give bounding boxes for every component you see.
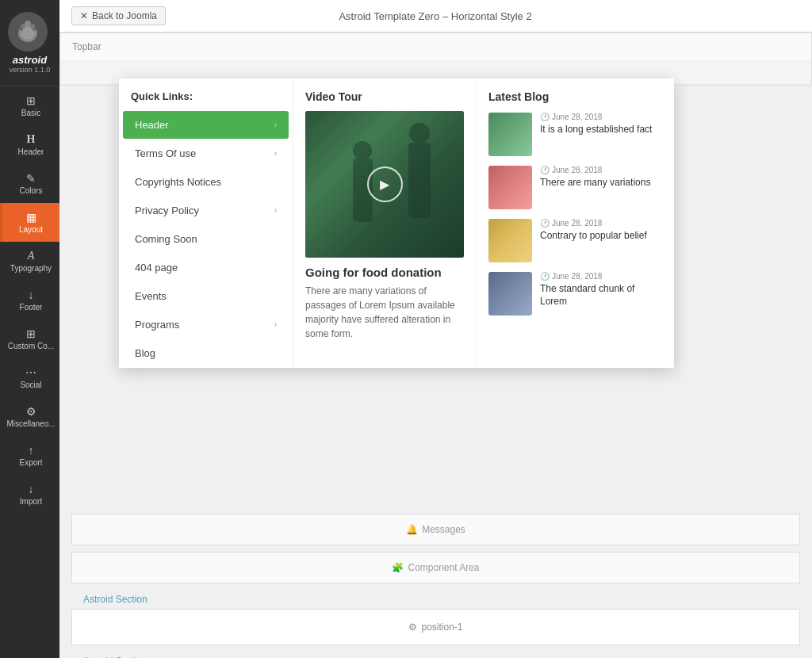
- sidebar-item-export[interactable]: ↑ Export: [0, 436, 59, 475]
- main-area: ✕ Back to Joomla Astroid Template Zero –…: [59, 0, 812, 658]
- top-bar: ✕ Back to Joomla Astroid Template Zero –…: [59, 0, 812, 33]
- blog-date-4: June 28, 2018: [552, 272, 602, 281]
- clock-icon: 🕐: [540, 113, 550, 121]
- chevron-right-icon: ›: [274, 320, 277, 329]
- quick-links-panel: Quick Links: Header › Terms Of use › Cop…: [119, 78, 293, 368]
- play-button[interactable]: ▶: [367, 166, 403, 202]
- ql-label-copyrights: Copyrights Notices: [135, 176, 221, 188]
- sidebar-label-footer: Footer: [20, 303, 43, 312]
- footer-icon: ↓: [29, 289, 34, 301]
- blog-title-2: There are many variations: [540, 177, 650, 189]
- sidebar-label-custom: Custom Co...: [8, 342, 54, 350]
- blog-panel-title: Latest Blog: [488, 90, 662, 103]
- import-icon: ↓: [29, 483, 34, 495]
- basic-icon: ⊞: [26, 94, 36, 107]
- ql-label-404: 404 page: [135, 262, 178, 274]
- layout-icon: ▦: [26, 211, 36, 224]
- chevron-right-icon: ›: [274, 149, 277, 158]
- below-preview: 🔔 Messages 🧩 Component Area Astroid Sect…: [59, 514, 812, 658]
- svg-rect-9: [408, 143, 431, 218]
- ql-item-privacy[interactable]: Privacy Policy ›: [123, 197, 289, 224]
- blog-title-4: The standard chunk of Lorem: [540, 283, 662, 308]
- app-name: astroid: [8, 54, 52, 66]
- blog-title-3: Contrary to popular belief: [540, 230, 647, 243]
- video-panel: Video Tour ▶ Going for food d: [293, 78, 476, 368]
- ql-item-header[interactable]: Header ›: [123, 111, 289, 139]
- ql-item-blog[interactable]: Blog: [123, 339, 289, 367]
- messages-bar: 🔔 Messages: [71, 514, 800, 545]
- blog-item-1[interactable]: 🕐 June 28, 2018 It is a long established…: [488, 113, 662, 156]
- sidebar-label-header: Header: [18, 147, 44, 156]
- svg-point-5: [20, 28, 23, 31]
- sidebar-item-layout[interactable]: ▦ Layout: [0, 203, 59, 242]
- sidebar-item-typography[interactable]: A Typography: [0, 242, 59, 281]
- clock-icon-4: 🕐: [540, 272, 550, 281]
- blog-thumbnail-4: [488, 272, 532, 316]
- svg-point-10: [409, 123, 430, 143]
- typography-icon: A: [28, 250, 35, 262]
- svg-point-3: [25, 21, 31, 27]
- blog-date-1: June 28, 2018: [552, 113, 602, 121]
- component-area-section: 🧩 Component Area: [72, 553, 799, 583]
- component-area-label: Component Area: [408, 562, 479, 573]
- blog-thumbnail-2: [488, 166, 532, 209]
- colors-icon: ✎: [26, 172, 36, 185]
- component-area-bar: 🧩 Component Area: [71, 552, 800, 583]
- blog-thumbnail-3: [488, 219, 532, 262]
- content-area: Topbar Quick Links: Header › Terms Of us…: [59, 33, 812, 658]
- misc-icon: ⚙: [26, 405, 36, 418]
- blog-content-1: 🕐 June 28, 2018 It is a long established…: [540, 113, 652, 156]
- sidebar-label-layout: Layout: [19, 225, 43, 234]
- ql-item-terms[interactable]: Terms Of use ›: [123, 140, 289, 167]
- video-thumbnail[interactable]: ▶: [305, 111, 464, 258]
- header-icon: H: [27, 133, 36, 146]
- donation-title: Going for food donation: [305, 266, 464, 279]
- sidebar-item-footer[interactable]: ↓ Footer: [0, 281, 59, 319]
- back-to-joomla-button[interactable]: ✕ Back to Joomla: [71, 6, 166, 25]
- ql-item-programs[interactable]: Programs ›: [123, 311, 289, 339]
- sidebar-item-header[interactable]: H Header: [0, 125, 59, 164]
- ql-label-header: Header: [135, 119, 169, 131]
- quick-links-title: Quick Links:: [119, 78, 293, 110]
- blog-meta-3: 🕐 June 28, 2018: [540, 219, 647, 228]
- blog-content-4: 🕐 June 28, 2018 The standard chunk of Lo…: [540, 272, 662, 316]
- sidebar-label-import: Import: [20, 497, 42, 506]
- position-label-1: position-1: [421, 622, 462, 633]
- back-icon: ✕: [80, 10, 88, 21]
- blog-title-1: It is a long established fact: [540, 124, 652, 136]
- ql-item-coming-soon[interactable]: Coming Soon: [123, 225, 289, 253]
- ql-label-coming-soon: Coming Soon: [135, 233, 197, 245]
- sidebar-item-basic[interactable]: ⊞ Basic ▾: [0, 86, 59, 125]
- sidebar-label-typography: Typography: [10, 264, 52, 273]
- blog-meta-1: 🕐 June 28, 2018: [540, 113, 652, 121]
- sidebar-item-import[interactable]: ↓ Import: [0, 475, 59, 514]
- ql-item-events[interactable]: Events: [123, 282, 289, 310]
- sidebar-item-social[interactable]: ⋯ Social: [0, 358, 59, 397]
- puzzle-icon: 🧩: [392, 562, 404, 573]
- export-icon: ↑: [29, 444, 34, 457]
- topbar-label: Topbar: [60, 33, 811, 61]
- logo-icon: [8, 12, 48, 52]
- messages-section: 🔔 Messages: [72, 515, 799, 545]
- clock-icon-2: 🕐: [540, 166, 550, 174]
- svg-point-6: [33, 28, 36, 31]
- ql-label-blog: Blog: [135, 347, 155, 359]
- ql-label-terms: Terms Of use: [135, 147, 196, 159]
- ql-item-copyrights[interactable]: Copyrights Notices: [123, 168, 289, 196]
- blog-item-3[interactable]: 🕐 June 28, 2018 Contrary to popular beli…: [488, 219, 662, 262]
- sidebar-item-miscellaneous[interactable]: ⚙ Miscellaneo...: [0, 397, 59, 436]
- sidebar-logo: astroid version 1.1.0: [0, 0, 59, 86]
- blog-item-4[interactable]: 🕐 June 28, 2018 The standard chunk of Lo…: [488, 272, 662, 316]
- astroid-section-1: Astroid Section ⚙ position-1: [71, 590, 800, 645]
- preview-panel: Topbar: [59, 33, 812, 86]
- sidebar-item-colors[interactable]: ✎ Colors: [0, 164, 59, 203]
- astroid-section-2: Astroid Section ⚙ position-2: [71, 652, 800, 658]
- app-version: version 1.1.0: [8, 66, 52, 74]
- bell-icon: 🔔: [406, 524, 418, 535]
- blog-item-2[interactable]: 🕐 June 28, 2018 There are many variation…: [488, 166, 662, 209]
- social-icon: ⋯: [25, 366, 36, 379]
- ql-item-404[interactable]: 404 page: [123, 254, 289, 281]
- sidebar-label-export: Export: [20, 458, 43, 467]
- blog-thumbnail-1: [488, 113, 532, 156]
- sidebar-item-custom-code[interactable]: ⊞ Custom Co...: [0, 319, 59, 358]
